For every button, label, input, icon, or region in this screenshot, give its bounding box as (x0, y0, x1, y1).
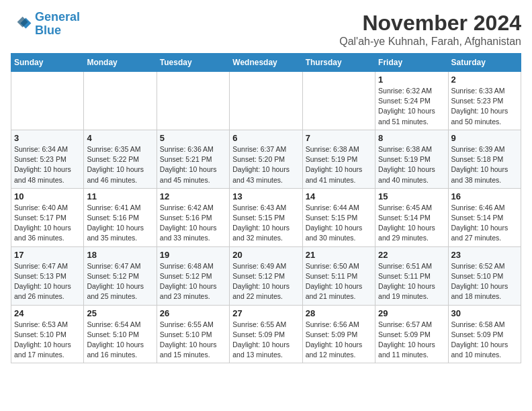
main-title: November 2024 (339, 11, 521, 36)
calendar-header: SundayMondayTuesdayWednesdayThursdayFrid… (11, 54, 521, 72)
day-number: 19 (160, 250, 226, 260)
day-number: 3 (14, 133, 81, 143)
day-number: 9 (451, 133, 518, 143)
day-cell: 19Sunrise: 6:48 AM Sunset: 5:12 PM Dayli… (157, 246, 229, 305)
day-number: 2 (451, 75, 518, 85)
header-friday: Friday (375, 54, 448, 72)
day-number: 23 (451, 250, 518, 260)
day-info: Sunrise: 6:53 AM Sunset: 5:10 PM Dayligh… (14, 320, 81, 361)
title-section: November 2024 Qal'ah-ye Kuhnah, Farah, A… (339, 11, 521, 48)
day-cell: 20Sunrise: 6:49 AM Sunset: 5:12 PM Dayli… (230, 246, 302, 305)
day-cell: 17Sunrise: 6:47 AM Sunset: 5:13 PM Dayli… (11, 246, 84, 305)
day-number: 7 (306, 133, 372, 143)
day-info: Sunrise: 6:56 AM Sunset: 5:09 PM Dayligh… (306, 320, 372, 361)
day-number: 25 (87, 308, 153, 318)
day-info: Sunrise: 6:44 AM Sunset: 5:15 PM Dayligh… (306, 203, 372, 244)
header-row: SundayMondayTuesdayWednesdayThursdayFrid… (11, 54, 521, 72)
day-number: 5 (160, 133, 226, 143)
day-cell: 4Sunrise: 6:35 AM Sunset: 5:22 PM Daylig… (84, 130, 157, 188)
day-cell: 7Sunrise: 6:38 AM Sunset: 5:19 PM Daylig… (302, 130, 375, 188)
day-cell (302, 72, 375, 130)
day-cell (84, 72, 157, 130)
day-number: 10 (14, 191, 81, 201)
day-cell: 15Sunrise: 6:45 AM Sunset: 5:14 PM Dayli… (375, 188, 448, 246)
day-cell: 23Sunrise: 6:52 AM Sunset: 5:10 PM Dayli… (448, 246, 521, 305)
day-info: Sunrise: 6:58 AM Sunset: 5:09 PM Dayligh… (451, 320, 518, 361)
day-info: Sunrise: 6:57 AM Sunset: 5:09 PM Dayligh… (378, 320, 445, 361)
header-thursday: Thursday (302, 54, 375, 72)
week-row-2: 3Sunrise: 6:34 AM Sunset: 5:23 PM Daylig… (11, 130, 521, 188)
day-info: Sunrise: 6:47 AM Sunset: 5:13 PM Dayligh… (14, 261, 81, 302)
day-cell: 12Sunrise: 6:42 AM Sunset: 5:16 PM Dayli… (157, 188, 229, 246)
header-sunday: Sunday (11, 54, 84, 72)
day-cell: 2Sunrise: 6:33 AM Sunset: 5:23 PM Daylig… (448, 72, 521, 130)
day-number: 15 (378, 191, 445, 201)
day-info: Sunrise: 6:47 AM Sunset: 5:12 PM Dayligh… (87, 261, 153, 302)
logo-icon (11, 13, 32, 35)
day-number: 18 (87, 250, 153, 260)
day-number: 11 (87, 191, 153, 201)
day-info: Sunrise: 6:49 AM Sunset: 5:12 PM Dayligh… (232, 261, 299, 302)
day-number: 14 (306, 191, 372, 201)
day-cell: 16Sunrise: 6:46 AM Sunset: 5:14 PM Dayli… (448, 188, 521, 246)
day-info: Sunrise: 6:39 AM Sunset: 5:18 PM Dayligh… (451, 144, 518, 185)
day-info: Sunrise: 6:52 AM Sunset: 5:10 PM Dayligh… (451, 261, 518, 302)
day-info: Sunrise: 6:51 AM Sunset: 5:11 PM Dayligh… (378, 261, 445, 302)
day-cell (157, 72, 229, 130)
day-cell: 8Sunrise: 6:38 AM Sunset: 5:19 PM Daylig… (375, 130, 448, 188)
day-cell: 24Sunrise: 6:53 AM Sunset: 5:10 PM Dayli… (11, 305, 84, 363)
day-info: Sunrise: 6:40 AM Sunset: 5:17 PM Dayligh… (14, 203, 81, 244)
logo: General Blue (11, 11, 80, 38)
logo-line2: Blue (35, 24, 61, 37)
day-info: Sunrise: 6:36 AM Sunset: 5:21 PM Dayligh… (160, 144, 226, 185)
header-monday: Monday (84, 54, 157, 72)
week-row-3: 10Sunrise: 6:40 AM Sunset: 5:17 PM Dayli… (11, 188, 521, 246)
day-number: 26 (160, 308, 226, 318)
day-number: 30 (451, 308, 518, 318)
day-info: Sunrise: 6:37 AM Sunset: 5:20 PM Dayligh… (232, 144, 299, 185)
day-number: 13 (232, 191, 299, 201)
day-info: Sunrise: 6:43 AM Sunset: 5:15 PM Dayligh… (232, 203, 299, 244)
logo-text: General Blue (35, 11, 80, 38)
day-cell: 9Sunrise: 6:39 AM Sunset: 5:18 PM Daylig… (448, 130, 521, 188)
day-cell: 28Sunrise: 6:56 AM Sunset: 5:09 PM Dayli… (302, 305, 375, 363)
header-wednesday: Wednesday (230, 54, 302, 72)
day-info: Sunrise: 6:34 AM Sunset: 5:23 PM Dayligh… (14, 144, 81, 185)
header: General Blue November 2024 Qal'ah-ye Kuh… (11, 11, 521, 48)
day-cell: 10Sunrise: 6:40 AM Sunset: 5:17 PM Dayli… (11, 188, 84, 246)
day-cell (230, 72, 302, 130)
day-info: Sunrise: 6:42 AM Sunset: 5:16 PM Dayligh… (160, 203, 226, 244)
day-cell: 21Sunrise: 6:50 AM Sunset: 5:11 PM Dayli… (302, 246, 375, 305)
logo-line1: General (35, 10, 80, 24)
day-number: 17 (14, 250, 81, 260)
day-number: 8 (378, 133, 445, 143)
day-info: Sunrise: 6:38 AM Sunset: 5:19 PM Dayligh… (378, 144, 445, 185)
day-number: 20 (232, 250, 299, 260)
day-number: 21 (306, 250, 372, 260)
day-cell: 11Sunrise: 6:41 AM Sunset: 5:16 PM Dayli… (84, 188, 157, 246)
subtitle: Qal'ah-ye Kuhnah, Farah, Afghanistan (339, 36, 521, 48)
day-number: 1 (378, 75, 445, 85)
day-cell: 30Sunrise: 6:58 AM Sunset: 5:09 PM Dayli… (448, 305, 521, 363)
day-cell: 5Sunrise: 6:36 AM Sunset: 5:21 PM Daylig… (157, 130, 229, 188)
week-row-5: 24Sunrise: 6:53 AM Sunset: 5:10 PM Dayli… (11, 305, 521, 363)
day-cell: 29Sunrise: 6:57 AM Sunset: 5:09 PM Dayli… (375, 305, 448, 363)
day-number: 16 (451, 191, 518, 201)
day-number: 4 (87, 133, 153, 143)
day-info: Sunrise: 6:38 AM Sunset: 5:19 PM Dayligh… (306, 144, 372, 185)
day-cell: 3Sunrise: 6:34 AM Sunset: 5:23 PM Daylig… (11, 130, 84, 188)
day-info: Sunrise: 6:46 AM Sunset: 5:14 PM Dayligh… (451, 203, 518, 244)
week-row-1: 1Sunrise: 6:32 AM Sunset: 5:24 PM Daylig… (11, 72, 521, 130)
day-info: Sunrise: 6:55 AM Sunset: 5:10 PM Dayligh… (160, 320, 226, 361)
day-number: 24 (14, 308, 81, 318)
day-cell: 13Sunrise: 6:43 AM Sunset: 5:15 PM Dayli… (230, 188, 302, 246)
day-info: Sunrise: 6:48 AM Sunset: 5:12 PM Dayligh… (160, 261, 226, 302)
calendar-body: 1Sunrise: 6:32 AM Sunset: 5:24 PM Daylig… (11, 72, 521, 363)
day-number: 28 (306, 308, 372, 318)
day-cell: 26Sunrise: 6:55 AM Sunset: 5:10 PM Dayli… (157, 305, 229, 363)
day-info: Sunrise: 6:32 AM Sunset: 5:24 PM Dayligh… (378, 86, 445, 127)
day-cell: 25Sunrise: 6:54 AM Sunset: 5:10 PM Dayli… (84, 305, 157, 363)
day-cell (11, 72, 84, 130)
day-number: 29 (378, 308, 445, 318)
day-cell: 27Sunrise: 6:55 AM Sunset: 5:09 PM Dayli… (230, 305, 302, 363)
